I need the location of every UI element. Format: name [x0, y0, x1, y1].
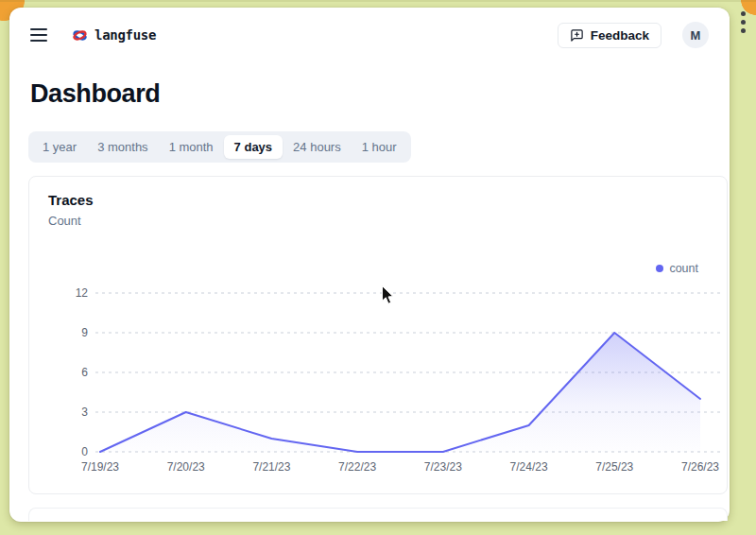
app-window: langfuse Feedback M Dashboard 1 year 3 m…: [9, 8, 730, 522]
tab-24-hours[interactable]: 24 hours: [283, 135, 352, 159]
svg-text:6: 6: [81, 366, 88, 379]
brand-name: langfuse: [94, 27, 156, 43]
svg-text:12: 12: [76, 286, 89, 300]
tab-1-year[interactable]: 1 year: [32, 135, 87, 159]
svg-text:7/22/23: 7/22/23: [338, 460, 376, 474]
brand: langfuse: [72, 27, 156, 43]
card-subtitle: Count: [48, 214, 81, 228]
message-plus-icon: [570, 28, 584, 43]
browser-frame: langfuse Feedback M Dashboard 1 year 3 m…: [0, 0, 756, 535]
svg-text:7/20/23: 7/20/23: [167, 460, 205, 474]
traces-card: Traces Count count 0369127/19/237/20/237…: [28, 176, 728, 494]
top-nav: langfuse Feedback M: [9, 8, 730, 62]
more-options-icon[interactable]: [741, 11, 746, 33]
legend-label: count: [669, 262, 698, 275]
menu-icon[interactable]: [30, 28, 47, 42]
time-range-tabs: 1 year 3 months 1 month 7 days 24 hours …: [28, 131, 411, 163]
svg-text:3: 3: [81, 406, 88, 419]
avatar[interactable]: M: [682, 22, 709, 48]
tab-1-month[interactable]: 1 month: [159, 135, 224, 159]
chart-legend: count: [656, 262, 698, 275]
svg-text:0: 0: [81, 445, 88, 458]
card-title: Traces: [48, 192, 94, 208]
tab-7-days[interactable]: 7 days: [224, 135, 283, 159]
svg-text:7/23/23: 7/23/23: [424, 460, 462, 474]
svg-text:7/21/23: 7/21/23: [252, 460, 290, 474]
svg-text:7/25/23: 7/25/23: [595, 460, 633, 474]
feedback-label: Feedback: [591, 28, 649, 43]
legend-dot-icon: [656, 265, 663, 272]
langfuse-logo-icon: [72, 27, 88, 43]
svg-text:7/26/23: 7/26/23: [681, 460, 719, 474]
page-title: Dashboard: [30, 79, 160, 109]
next-card-partial: [28, 508, 728, 521]
svg-text:7/19/23: 7/19/23: [81, 460, 119, 474]
svg-text:9: 9: [81, 326, 88, 339]
traces-chart: 0369127/19/237/20/237/21/237/22/237/23/2…: [67, 279, 729, 485]
svg-text:7/24/23: 7/24/23: [510, 460, 548, 474]
tab-1-hour[interactable]: 1 hour: [352, 135, 407, 159]
tab-3-months[interactable]: 3 months: [87, 135, 158, 159]
feedback-button[interactable]: Feedback: [558, 23, 662, 48]
